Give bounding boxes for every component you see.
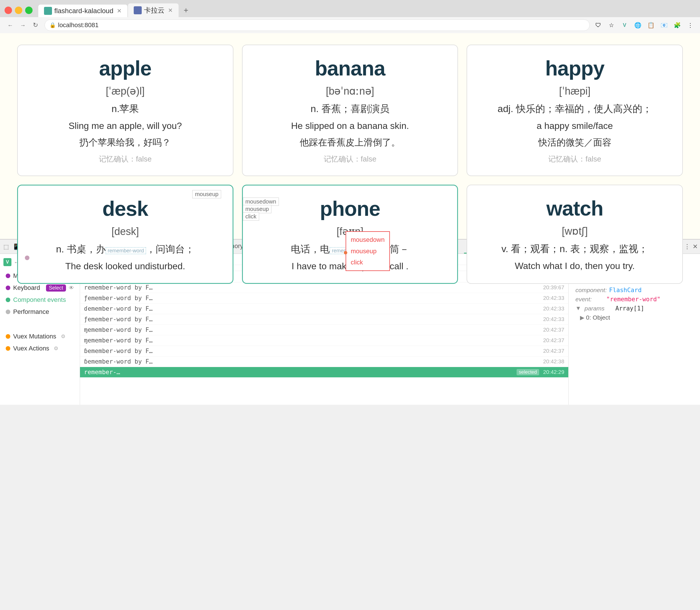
event-name-4: ɱemember-word by F… <box>84 326 541 333</box>
tab-close-kaiyun[interactable]: ✕ <box>168 7 173 14</box>
event-item-1[interactable]: ƒemember-word by F… 20:42:33 <box>80 293 568 304</box>
puzzle-icon[interactable]: 🧩 <box>672 20 682 30</box>
event-time-7: 20:42:38 <box>543 358 564 365</box>
event-val: "remember-word" <box>606 296 661 303</box>
param-0-row: ▶ 0: Object <box>574 314 694 321</box>
params-type: Array[1] <box>615 305 644 312</box>
flashcard-desk[interactable]: desk mouseup [desk] n. 书桌，办remember-word… <box>17 184 233 284</box>
card-definition-apple: n.苹果 <box>111 102 139 115</box>
click-event-label: click <box>243 212 259 221</box>
event-name-2: ɗemember-word by F… <box>84 305 541 312</box>
card-word-apple: apple <box>99 57 151 80</box>
card-phonetic-desk: [desk] <box>111 226 139 238</box>
eye-icon[interactable]: 👁 <box>69 285 74 291</box>
param-0-expand-icon[interactable]: ▶ <box>580 314 584 321</box>
event-name-row: event: "remember-word" <box>574 296 694 303</box>
keyboard-section[interactable]: Keyboard Select 👁 <box>0 283 80 293</box>
card-memo-happy: 记忆确认：false <box>548 154 601 164</box>
flashcard-happy[interactable]: happy [ˈhæpi] adj. 快乐的；幸福的，使人高兴的； a happ… <box>467 45 683 176</box>
tab-kaiyun[interactable]: 卡拉云 ✕ <box>128 3 179 17</box>
card-example-banana: He slipped on a banana skin. <box>291 121 409 131</box>
mousedown-event-label: mousedown <box>243 197 279 206</box>
tab-flashcard[interactable]: flashcard-kalacloud ✕ <box>38 4 127 17</box>
card-word-banana: banana <box>315 57 385 80</box>
new-tab-button[interactable]: + <box>179 3 193 17</box>
event-item-selected[interactable]: remember-… selected 20:42:29 <box>80 367 568 378</box>
maximize-button[interactable] <box>25 6 33 14</box>
event-time-1: 20:42:33 <box>543 295 564 301</box>
card-phonetic-banana: [bəˈnɑːnə] <box>326 85 374 97</box>
card-example-desk: The desk looked undisturbed. <box>65 261 185 272</box>
event-item-3[interactable]: ƒemember-word by F… 20:42:33 <box>80 314 568 325</box>
event-name-3: ƒemember-word by F… <box>84 316 541 323</box>
phone-event-box: mousedown mouseup click <box>346 231 390 271</box>
browser-tabs: flashcard-kalacloud ✕ 卡拉云 ✕ + <box>38 3 193 17</box>
vuex-actions-dot <box>6 346 10 351</box>
address-bar[interactable]: 🔒 localhost:8081 <box>45 19 590 31</box>
extension-icon-2[interactable]: 📋 <box>646 20 656 30</box>
vuex-mutations-section[interactable]: Vuex Mutations ⚙ <box>0 331 80 342</box>
refresh-button[interactable]: ↻ <box>30 19 41 31</box>
lock-icon: 🔒 <box>49 22 56 28</box>
card-word-happy: happy <box>545 57 604 80</box>
vuex-actions-label: Vuex Actions <box>13 345 49 352</box>
event-item-2[interactable]: ɗemember-word by F… 20:42:33 <box>80 304 568 314</box>
card-phonetic-happy: [ˈhæpi] <box>559 85 590 97</box>
event-item-6[interactable]: ɓemember-word by F… 20:42:37 <box>80 346 568 356</box>
flashcard-phone[interactable]: phone mousedown mouseup click [fəʊn] mou… <box>242 184 458 284</box>
menu-icon[interactable]: ⋮ <box>685 20 696 30</box>
event-time-selected: 20:42:29 <box>543 369 564 375</box>
devtools-inspect-icon[interactable]: ⬚ <box>2 242 10 251</box>
flashcard-banana[interactable]: banana [bəˈnɑːnə] n. 香蕉；喜剧演员 He slipped … <box>242 45 458 176</box>
vuex-mutations-gear-icon[interactable]: ⚙ <box>61 333 65 340</box>
vuex-mutations-label: Vuex Mutations <box>13 333 56 340</box>
event-item-0[interactable]: remember-word by F… 20:39:67 <box>80 283 568 293</box>
param-0-val: 0: Object <box>586 314 610 321</box>
performance-section[interactable]: Performance <box>0 306 80 317</box>
card-example-apple: Sling me an apple, will you? <box>69 121 182 131</box>
mouseup-event-label: mouseup <box>192 190 221 198</box>
event-name-7: ɓemember-word by F… <box>84 358 541 365</box>
close-devtools-icon[interactable]: ✕ <box>693 243 698 251</box>
back-button[interactable]: ← <box>4 19 16 31</box>
flashcard-apple[interactable]: apple [ˈæp(ə)l] n.苹果 Sling me an apple, … <box>17 45 233 176</box>
star-icon[interactable]: ☆ <box>606 20 617 30</box>
component-row: component: FlashCard <box>574 287 694 293</box>
event-name-0: remember-word by F… <box>84 284 541 291</box>
phone-event-mouseup: mouseup <box>351 245 385 257</box>
event-name-selected: remember-… <box>84 369 514 375</box>
mouse-dot <box>6 274 10 278</box>
performance-label: Performance <box>13 308 49 316</box>
params-expand-icon[interactable]: ▼ <box>575 305 581 312</box>
card-example-watch: Watch what I do, then you try. <box>515 261 635 271</box>
event-name-6: ɓemember-word by F… <box>84 348 541 354</box>
spacer <box>0 318 80 330</box>
event-item-5[interactable]: ɱemember-word by F… 20:42:37 <box>80 335 568 346</box>
close-button[interactable] <box>4 6 12 14</box>
event-item-4[interactable]: ɱemember-word by F… 20:42:37 <box>80 325 568 335</box>
vuex-actions-gear-icon[interactable]: ⚙ <box>54 345 58 352</box>
browser-chrome: flashcard-kalacloud ✕ 卡拉云 ✕ + ← → ↻ 🔒 lo… <box>0 0 700 405</box>
extension-icon-3[interactable]: 📧 <box>659 20 669 30</box>
performance-dot <box>6 309 10 314</box>
event-time-2: 20:42:33 <box>543 306 564 312</box>
vpn-icon[interactable]: V <box>619 20 630 30</box>
forward-button[interactable]: → <box>17 19 29 31</box>
event-time-4: 20:42:37 <box>543 327 564 333</box>
event-time-5: 20:42:37 <box>543 337 564 343</box>
nav-arrows: ← → ↻ <box>4 19 41 31</box>
event-key: event: <box>575 296 604 303</box>
card-word-desk: desk <box>102 197 148 220</box>
shield-icon[interactable]: 🛡 <box>593 20 603 30</box>
vuex-actions-section[interactable]: Vuex Actions ⚙ <box>0 343 80 354</box>
tab-close-flashcard[interactable]: ✕ <box>117 7 122 14</box>
minimize-button[interactable] <box>15 6 22 14</box>
more-icon[interactable]: ⋮ <box>684 243 690 251</box>
vue-logo: V <box>3 258 12 266</box>
card-memo-apple: 记忆确认：false <box>99 154 152 164</box>
flashcard-watch[interactable]: watch [wɒtʃ] v. 看；观看；n. 表；观察，监视； Watch w… <box>467 184 683 284</box>
url-text: localhost:8081 <box>58 21 99 29</box>
component-events-section[interactable]: Component events <box>0 294 80 305</box>
extension-icon-1[interactable]: 🌐 <box>633 20 643 30</box>
event-item-7[interactable]: ɓemember-word by F… 20:42:38 <box>80 356 568 367</box>
